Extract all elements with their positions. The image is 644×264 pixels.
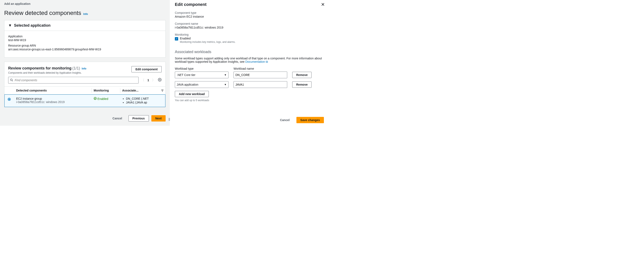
side-panel: | | ✕ Edit component Component type Amaz… xyxy=(170,0,328,126)
page-title: Review detected components xyxy=(4,10,81,16)
monitoring-column-header[interactable]: Monitoring xyxy=(92,87,120,94)
associated-column-header[interactable]: Associate... ▽ xyxy=(120,87,166,94)
status-badge: Enabled xyxy=(94,97,108,101)
review-components-card: Review components for monitoring (1/1) I… xyxy=(4,62,166,107)
workload-type-select[interactable]: .NET Core tier ▼ xyxy=(175,72,228,78)
documentation-link[interactable]: Documentation ⧉ xyxy=(245,60,268,63)
detected-cell: EC2 instance group i-0a0858a7fd11cd51c: … xyxy=(14,94,92,107)
page-number: 1 xyxy=(147,79,149,82)
remove-workload-button[interactable]: Remove xyxy=(292,81,312,88)
external-link-icon: ⧉ xyxy=(266,60,268,63)
associated-cell: DN_CORE (.NET JAVA1 (JAVA ap xyxy=(120,94,166,107)
resize-handle-icon[interactable]: | | xyxy=(168,118,170,121)
add-workload-button[interactable]: Add new workload xyxy=(175,91,209,97)
status-text: Enabled xyxy=(98,97,108,101)
monitoring-block: Monitoring ✓ Enabled Monitoring includes… xyxy=(175,33,328,44)
review-toolbar: 〈 1 〉 xyxy=(4,77,166,87)
selected-application-heading: Selected application xyxy=(14,23,50,28)
previous-button[interactable]: Previous xyxy=(128,115,149,122)
review-desc: Components and their workloads detected … xyxy=(8,71,86,74)
workload-type-value: JAVA application xyxy=(177,83,198,86)
wizard-actions: Cancel Previous Next xyxy=(0,111,170,122)
status-check-icon xyxy=(94,97,97,101)
associated-column-label: Associate... xyxy=(122,89,138,92)
remove-workload-button[interactable]: Remove xyxy=(292,72,312,78)
component-name-value: i-0a0858a7fd11cd51c: windows 2019 xyxy=(175,26,328,29)
monitoring-enabled-label: Enabled xyxy=(180,37,236,40)
application-value: test-MW-W19 xyxy=(8,38,162,42)
monitoring-label: Monitoring xyxy=(175,33,328,36)
monitoring-cell: Enabled xyxy=(92,94,120,107)
component-detail: i-0a0858a7fd11cd51c: windows 2019 xyxy=(16,100,90,104)
prev-page-icon[interactable]: 〈 xyxy=(141,78,144,83)
cancel-button[interactable]: Cancel xyxy=(109,115,126,122)
page-title-row: Review detected components Info xyxy=(0,7,170,20)
app-root: Add an application Review detected compo… xyxy=(0,0,328,126)
review-count: (1/1) xyxy=(72,66,80,70)
component-type-value: Amazon EC2 instance xyxy=(175,15,328,18)
search-input[interactable] xyxy=(14,78,137,82)
associated-workloads-heading: Associated workloads xyxy=(175,50,328,54)
side-panel-title: Edit component xyxy=(175,2,328,11)
documentation-link-text: Documentation xyxy=(245,60,265,63)
main-content: Add an application Review detected compo… xyxy=(0,0,170,126)
select-column-header xyxy=(4,87,14,94)
side-cancel-button[interactable]: Cancel xyxy=(276,117,294,123)
workload-type-select[interactable]: JAVA application ▼ xyxy=(175,81,228,88)
list-item: JAVA1 (JAVA ap xyxy=(126,101,163,104)
associated-workloads-desc: Some workload types support adding only … xyxy=(175,57,328,64)
workload-name-input[interactable] xyxy=(234,72,287,78)
component-name: EC2 instance group xyxy=(16,97,90,100)
side-footer: Cancel Save changes xyxy=(276,117,324,123)
component-name-block: Component name i-0a0858a7fd11cd51c: wind… xyxy=(175,22,328,29)
component-name-label: Component name xyxy=(175,22,328,25)
save-changes-button[interactable]: Save changes xyxy=(296,117,324,123)
workload-name-input[interactable] xyxy=(234,81,287,88)
detected-column-header[interactable]: Detected components xyxy=(14,87,92,94)
monitoring-checkbox[interactable]: ✓ xyxy=(175,37,178,41)
application-label: Application xyxy=(8,35,162,38)
workload-type-value: .NET Core tier xyxy=(177,73,196,77)
arn-label: Resource group ARN xyxy=(8,44,162,47)
search-icon xyxy=(10,79,13,82)
selected-application-body: Application test-MW-W19 Resource group A… xyxy=(4,31,166,57)
workloads-grid: Workload type Workload name .NET Core ti… xyxy=(175,67,328,102)
chevron-down-icon: ▼ xyxy=(224,74,226,76)
workload-row: JAVA application ▼ Remove xyxy=(175,81,328,88)
next-button[interactable]: Next xyxy=(151,115,166,122)
info-link[interactable]: Info xyxy=(83,13,88,16)
add-workload-hint: You can add up to 5 workloads xyxy=(175,99,328,102)
selected-application-header[interactable]: ▼ Selected application xyxy=(4,20,166,31)
caret-down-icon: ▼ xyxy=(8,23,12,28)
review-info-link[interactable]: Info xyxy=(82,67,86,70)
sort-icon[interactable]: ▽ xyxy=(162,89,163,92)
workload-name-header: Workload name xyxy=(234,67,287,70)
next-page-icon[interactable]: 〉 xyxy=(152,78,155,83)
monitoring-hint: Monitoring includes key metrics, logs, a… xyxy=(180,41,236,44)
row-select-cell[interactable] xyxy=(4,94,14,107)
selected-application-card: ▼ Selected application Application test-… xyxy=(4,20,166,58)
component-type-label: Component type xyxy=(175,11,328,15)
chevron-down-icon: ▼ xyxy=(224,83,226,86)
svg-point-2 xyxy=(159,79,160,80)
table-row[interactable]: EC2 instance group i-0a0858a7fd11cd51c: … xyxy=(4,94,166,107)
settings-icon[interactable] xyxy=(158,78,162,83)
component-type-block: Component type Amazon EC2 instance xyxy=(175,11,328,18)
edit-component-button[interactable]: Edit component xyxy=(132,66,162,72)
workload-type-header: Workload type xyxy=(175,67,228,70)
review-header-text: Review components for monitoring (1/1) I… xyxy=(8,66,86,74)
svg-point-0 xyxy=(10,79,12,81)
breadcrumb: Add an application xyxy=(0,0,170,7)
review-header-row: Review components for monitoring (1/1) I… xyxy=(4,62,166,77)
arn-value: arn:aws:resource-groups:us-east-1:856960… xyxy=(8,48,162,51)
search-box[interactable] xyxy=(8,77,138,84)
list-item: DN_CORE (.NET xyxy=(126,97,163,100)
review-title: Review components for monitoring xyxy=(8,66,72,70)
svg-line-1 xyxy=(12,80,13,81)
pager: 〈 1 〉 xyxy=(141,78,155,83)
workload-row: .NET Core tier ▼ Remove xyxy=(175,72,328,78)
components-table: Detected components Monitoring Associate… xyxy=(4,87,166,107)
close-icon[interactable]: ✕ xyxy=(320,2,326,8)
radio-selected-icon[interactable] xyxy=(8,98,11,101)
